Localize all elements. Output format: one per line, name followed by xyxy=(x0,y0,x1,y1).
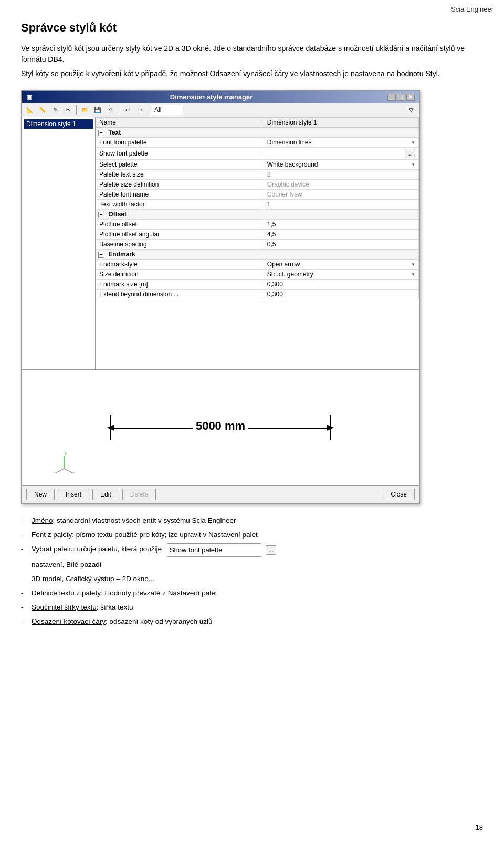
font-from-palette-value[interactable]: Dimension lines ▼ xyxy=(267,139,415,146)
prop-row-baseline-spacing: Baseline spacing 0,5 xyxy=(96,240,419,250)
dim-arrow-left xyxy=(107,425,114,431)
properties-table: Name Dimension style 1 − Text xyxy=(96,117,419,299)
section-endmark: − Endmark xyxy=(96,250,419,260)
dialog-body: Dimension style 1 Name Dimension style 1 xyxy=(22,117,419,369)
dim-label: 5000 mm xyxy=(193,419,248,433)
delete-button[interactable]: Delete xyxy=(122,489,156,500)
svg-text:Y: Y xyxy=(65,452,67,456)
dialog-title-icon: ▣ xyxy=(26,94,32,101)
svg-text:x: x xyxy=(73,471,75,473)
page-title: Správce stylů kót xyxy=(21,21,483,35)
bullet-soucinitel: - Součinitel šířky textu : šířka textu xyxy=(21,602,483,614)
toolbar-btn-3[interactable]: ✎ xyxy=(49,105,61,115)
bullet-font-z-palety-text: : písmo textu použité pro kóty; lze upra… xyxy=(72,529,257,541)
bullet-jmeno-text: : standardní vlastnost všech entit v sys… xyxy=(53,515,236,527)
term-vybrat-paletu: Vybrat paletu xyxy=(32,543,73,555)
dialog-title-text: Dimension style manager xyxy=(170,93,253,101)
dialog-footer: New Insert Edit Delete Close xyxy=(22,485,419,503)
section-text: − Text xyxy=(96,128,419,138)
toolbar-sep-3 xyxy=(149,105,149,115)
bullet-nastaveni-text: nastavení, Bílé pozadí xyxy=(32,559,102,571)
section-offset-collapse[interactable]: − xyxy=(98,212,104,218)
term-soucinitel: Součinitel šířky textu xyxy=(32,602,97,614)
toolbar-btn-4[interactable]: ✂ xyxy=(62,105,74,115)
toolbar-btn-8[interactable]: ↩ xyxy=(122,105,133,115)
toolbar-btn-7[interactable]: 🖨 xyxy=(104,105,116,115)
dimension-preview: 5000 mm xyxy=(100,407,341,449)
prop-row-palette-text-size: Palette text size 2 xyxy=(96,170,419,180)
prop-row-show-font-palette: Show font palette ... xyxy=(96,148,419,160)
show-font-palette-btn[interactable]: ... xyxy=(405,149,415,158)
term-definice-textu: Definice textu z palety xyxy=(32,587,101,600)
bullet-definice-textu: - Definice textu z palety : Hodnoty přev… xyxy=(21,587,483,600)
col-name-header: Name xyxy=(96,118,264,128)
minimize-button[interactable]: _ xyxy=(387,94,396,101)
bullet-definice-textu-text: : Hodnoty převzaté z Nastavení palet xyxy=(101,587,217,600)
section-offset: − Offset xyxy=(96,210,419,220)
style-list-panel: Dimension style 1 xyxy=(22,117,96,369)
new-button[interactable]: New xyxy=(26,489,55,500)
svg-line-1 xyxy=(64,469,72,473)
toolbar-btn-filter[interactable]: ▽ xyxy=(405,105,417,115)
col-value-header: Dimension style 1 xyxy=(264,118,418,128)
prop-row-text-width-factor: Text width factor 1 xyxy=(96,200,419,210)
dialog-toolbar: 📐 📏 ✎ ✂ 📂 💾 🖨 ↩ ↪ All ▽ xyxy=(22,103,419,117)
bullet-font-z-palety: - Font z palety : písmo textu použité pr… xyxy=(21,529,483,541)
bullet-nastaveni: nastavení, Bílé pozadí xyxy=(21,559,483,571)
prop-row-plotline-offset: Plotline offset 1,5 xyxy=(96,220,419,230)
toolbar-btn-9[interactable]: ↪ xyxy=(134,105,146,115)
term-odsazeni: Odsazení kótovací čáry xyxy=(32,616,106,628)
section-text-collapse[interactable]: − xyxy=(98,130,104,136)
prop-row-font-from-palette: Font from palette Dimension lines ▼ xyxy=(96,138,419,148)
style-list-item-1[interactable]: Dimension style 1 xyxy=(24,119,93,129)
bullet-vybrat-text-before: : určuje paletu, která použije xyxy=(73,543,162,555)
section-endmark-collapse[interactable]: − xyxy=(98,252,104,258)
dialog-titlebar: ▣ Dimension style manager _ □ ✕ xyxy=(22,91,419,103)
page-number: Scia Engineer xyxy=(451,5,494,13)
prop-row-endmark-size: Endmark size [m] 0,300 xyxy=(96,280,419,290)
titlebar-controls: _ □ ✕ xyxy=(387,94,415,101)
show-font-palette-inline: Show font palette ... xyxy=(165,543,276,557)
toolbar-btn-2[interactable]: 📏 xyxy=(37,105,48,115)
svg-line-2 xyxy=(56,469,64,473)
dim-arrow-right xyxy=(327,425,334,431)
bullet-3d-model: 3D model, Grafický výstup – 2D okno... xyxy=(21,573,483,585)
prop-row-plotline-offset-angular: Plotline offset angular 4,5 xyxy=(96,230,419,240)
intro-paragraph-1: Ve správci stylů kót jsou určeny styly k… xyxy=(21,43,483,65)
prop-row-size-definition: Size definition Struct. geometry ▼ xyxy=(96,270,419,280)
dialog-window: ▣ Dimension style manager _ □ ✕ 📐 📏 ✎ ✂ … xyxy=(21,90,420,504)
prop-row-endmarkstyle: Endmarkstyle Open arrow ▼ xyxy=(96,260,419,270)
term-font-z-palety: Font z palety xyxy=(32,529,72,541)
bullet-3d-text: 3D model, Grafický výstup – 2D okno... xyxy=(32,573,154,585)
bullet-vybrat-paletu: - Vybrat paletu : určuje paletu, která p… xyxy=(21,543,483,557)
bullet-jmeno: - Jméno : standardní vlastnost všech ent… xyxy=(21,515,483,527)
toolbar-filter-dropdown[interactable]: All xyxy=(152,105,183,115)
close-dialog-button[interactable]: Close xyxy=(383,489,415,500)
show-font-palette-box: Show font palette xyxy=(167,543,261,557)
prop-row-extend-beyond: Extend beyond dimension ... 0,300 xyxy=(96,290,419,299)
toolbar-btn-5[interactable]: 📂 xyxy=(79,105,91,115)
bullet-odsazeni: - Odsazení kótovací čáry : odsazení kóty… xyxy=(21,616,483,628)
size-definition-value[interactable]: Struct. geometry ▼ xyxy=(267,271,415,278)
endmarkstyle-value[interactable]: Open arrow ▼ xyxy=(267,261,415,268)
term-jmeno: Jméno xyxy=(32,515,53,527)
toolbar-btn-1[interactable]: 📐 xyxy=(24,105,36,115)
insert-button[interactable]: Insert xyxy=(58,489,89,500)
select-palette-value[interactable]: White background ▼ xyxy=(267,161,415,168)
properties-panel: Name Dimension style 1 − Text xyxy=(96,117,419,369)
bullet-odsazeni-text: : odsazení kóty od vybraných uzlů xyxy=(106,616,212,628)
close-button[interactable]: ✕ xyxy=(406,94,415,101)
maximize-button[interactable]: □ xyxy=(397,94,405,101)
preview-area: 5000 mm Y x z xyxy=(22,369,419,485)
intro-paragraph-2: Styl kóty se použije k vytvoření kót v p… xyxy=(21,68,483,79)
show-font-palette-inline-btn[interactable]: ... xyxy=(266,545,276,555)
bullet-soucinitel-text: : šířka textu xyxy=(97,602,133,614)
edit-button[interactable]: Edit xyxy=(92,489,119,500)
axes-svg: Y x z xyxy=(54,452,75,473)
toolbar-btn-6[interactable]: 💾 xyxy=(92,105,103,115)
prop-row-select-palette: Select palette White background ▼ xyxy=(96,160,419,170)
axes-indicator: Y x z xyxy=(54,452,75,474)
prop-row-palette-size-def: Palette size definition Graphic.device xyxy=(96,180,419,190)
prop-row-palette-font-name: Palette font name Courier New xyxy=(96,190,419,200)
toolbar-sep-2 xyxy=(119,105,119,115)
